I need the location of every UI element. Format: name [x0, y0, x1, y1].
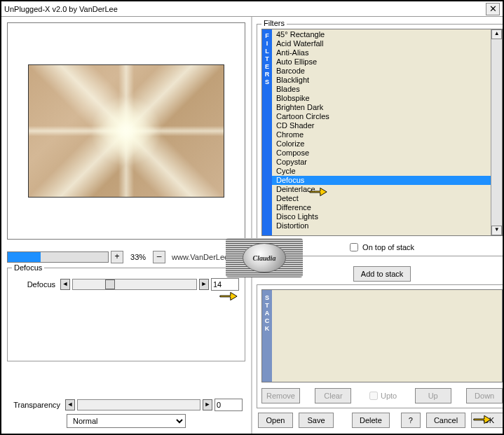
zoom-in-button[interactable]: +	[111, 251, 123, 263]
filter-item[interactable]: Chrome	[272, 130, 491, 139]
filter-item[interactable]: CD Shader	[272, 121, 491, 130]
scroll-up-icon[interactable]: ▲	[491, 29, 502, 39]
window-title: UnPlugged-X v2.0 by VanDerLee	[4, 5, 486, 13]
filter-item[interactable]: Cartoon Circles	[272, 112, 491, 121]
close-button[interactable]: ✕	[486, 3, 500, 15]
filters-tab[interactable]: FILTERS	[262, 29, 272, 235]
defocus-slider[interactable]	[72, 279, 197, 290]
remove-button[interactable]: Remove	[261, 388, 300, 403]
defocus-label: Defocus	[13, 280, 58, 289]
filter-item[interactable]: Cycle	[272, 167, 491, 176]
transparency-slider[interactable]	[77, 399, 200, 410]
preview-area	[7, 22, 245, 240]
transparency-increase[interactable]: ►	[203, 399, 212, 410]
filters-legend: Filters	[261, 19, 287, 27]
filter-item[interactable]: Auto Ellipse	[272, 57, 491, 67]
zoom-percent: 33%	[125, 253, 151, 261]
preview-image	[28, 64, 224, 198]
filter-item[interactable]: Acid Waterfall	[272, 39, 491, 48]
filter-item[interactable]: Distortion	[272, 221, 491, 230]
down-button[interactable]: Down	[466, 388, 503, 403]
upto-group[interactable]: Upto	[367, 388, 400, 403]
filter-scrollbar[interactable]: ▲ ▼	[491, 29, 502, 235]
zoom-bar[interactable]	[7, 251, 109, 263]
filter-item[interactable]: Blobspike	[272, 94, 491, 103]
filter-item[interactable]: Colorize	[272, 139, 491, 149]
save-button[interactable]: Save	[299, 413, 334, 428]
filter-list[interactable]: 45° RectangleAcid WaterfallAnti-AliasAut…	[272, 29, 491, 235]
filter-item[interactable]: Detect	[272, 194, 491, 203]
filter-item[interactable]: Disco Lights	[272, 212, 491, 221]
upto-checkbox[interactable]	[369, 392, 378, 400]
cancel-button[interactable]: Cancel	[426, 413, 465, 428]
blend-mode-select[interactable]: Normal	[67, 414, 186, 428]
filter-item[interactable]: 45° Rectangle	[272, 30, 491, 39]
delete-button[interactable]: Delete	[352, 413, 390, 428]
scroll-down-icon[interactable]: ▼	[491, 226, 502, 235]
defocus-increase[interactable]: ►	[199, 279, 209, 290]
stack-tab[interactable]: STACK	[262, 290, 272, 382]
on-top-label: On top of stack	[362, 243, 414, 251]
ok-button[interactable]: OK	[471, 413, 504, 428]
open-button[interactable]: Open	[258, 413, 293, 428]
filter-item[interactable]: Difference	[272, 203, 491, 212]
help-button[interactable]: ?	[401, 413, 421, 428]
transparency-decrease[interactable]: ◄	[65, 399, 75, 410]
transparency-label: Transparency	[10, 401, 63, 409]
upto-label: Upto	[381, 392, 397, 400]
up-button[interactable]: Up	[415, 388, 451, 403]
filter-item[interactable]: Copystar	[272, 158, 491, 167]
defocus-decrease[interactable]: ◄	[60, 279, 70, 290]
filter-item[interactable]: Defocus	[272, 176, 491, 185]
filter-item[interactable]: Blades	[272, 85, 491, 94]
filter-item[interactable]: Blacklight	[272, 76, 491, 85]
filter-item[interactable]: Deinterlace	[272, 185, 491, 194]
zoom-out-button[interactable]: –	[153, 251, 165, 263]
vendor-url: www.VanDerLee.com	[172, 253, 245, 261]
filter-item[interactable]: Compose	[272, 149, 491, 158]
param-legend: Defocus	[12, 263, 44, 272]
stack-area[interactable]: STACK	[261, 289, 503, 382]
defocus-input[interactable]	[211, 278, 239, 291]
on-top-checkbox[interactable]	[350, 243, 358, 251]
filter-item[interactable]: Brighten Dark	[272, 103, 491, 112]
add-to-stack-button[interactable]: Add to stack	[353, 266, 411, 282]
filter-item[interactable]: Anti-Alias	[272, 48, 491, 57]
transparency-input[interactable]	[214, 399, 243, 411]
filter-item[interactable]: Barcode	[272, 67, 491, 76]
clear-button[interactable]: Clear	[315, 388, 351, 403]
